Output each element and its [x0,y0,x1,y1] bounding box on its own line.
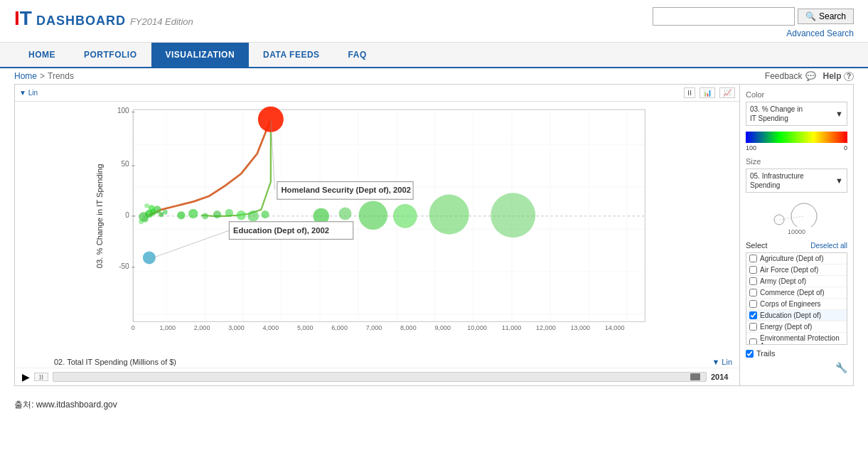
help-icon: ? [844,72,854,81]
agency-item-agriculture: Agriculture (Dept of) [746,253,847,265]
color-dropdown-label: 03. % Change inIT Spending [750,105,803,123]
nav: HOME PORTFOLIO VISUALIZATION DATA FEEDS … [0,43,868,68]
chart-controls-right: ⁞⁞ 📊 📈 [684,87,735,98]
agency-check-army[interactable] [749,277,757,285]
nav-visualization[interactable]: VISUALIZATION [151,43,250,67]
lin-label-top[interactable]: ▼ Lin [19,89,38,97]
chart-container: ▼ Lin ⁞⁞ 📊 📈 [14,84,740,386]
svg-point-42 [237,210,247,220]
agency-item-energy: Energy (Dept of) [746,321,847,333]
timeline-handle[interactable] [690,373,700,380]
gradient-labels: 100 0 [746,144,847,151]
svg-point-60 [791,203,817,227]
feedback-row: Feedback 💬 Help ? [765,71,854,81]
size-dropdown-arrow: ▼ [835,176,843,185]
deselect-all[interactable]: Deselect all [810,242,847,250]
agency-check-agriculture[interactable] [749,255,757,262]
svg-point-49 [359,201,388,230]
agency-check-energy[interactable] [749,323,757,331]
svg-point-41 [225,209,233,217]
scatter-chart-btn[interactable]: ⁞⁞ [684,87,695,98]
nav-portfolio[interactable]: PORTFOLIO [70,43,151,67]
bar-chart-btn[interactable]: 📊 [700,87,715,98]
svg-text:7,000: 7,000 [366,324,382,331]
svg-text:Education (Dept of), 2002: Education (Dept of), 2002 [233,226,329,235]
svg-point-43 [247,210,259,222]
agency-label-education: Education (Dept of) [760,311,821,319]
timeline-bar[interactable] [53,372,707,382]
breadcrumb-home[interactable]: Home [14,71,37,81]
search-input[interactable] [653,7,795,26]
source-text: 출처: www.itdashboard.gov [0,393,868,417]
svg-point-36 [144,203,149,208]
trails-checkbox[interactable] [746,350,754,358]
color-dropdown-arrow: ▼ [835,110,843,118]
gradient-max: 100 [746,144,756,151]
nav-home[interactable]: HOME [14,43,70,67]
svg-text:100: 100 [117,107,129,114]
search-area: 🔍 Search Advanced Search [653,7,854,38]
advanced-search-link[interactable]: Advanced Search [786,28,854,38]
wrench-area: 🔧 [746,362,847,373]
search-button-label: Search [819,11,846,21]
select-label: Select [746,241,768,250]
svg-text:03. % Change in IT Spending: 03. % Change in IT Spending [95,164,104,268]
x-axis-text: 02. Total IT Spending (Millions of $) [54,358,176,366]
step-button[interactable]: ⟩⟩ [34,373,48,381]
agency-item-army: Army (Dept of) [746,276,847,287]
svg-text:9,000: 9,000 [434,324,451,331]
svg-point-35 [163,210,168,215]
search-row: 🔍 Search [653,7,854,26]
agency-check-corps[interactable] [749,300,757,308]
agency-label-epa: Environmental Protection A... [760,334,844,345]
nav-data-feeds[interactable]: DATA FEEDS [249,43,333,67]
svg-text:3,000: 3,000 [228,324,245,331]
agency-check-commerce[interactable] [749,289,757,297]
svg-point-33 [149,205,155,211]
breadcrumb: Home > Trends [14,71,74,81]
search-button[interactable]: 🔍 Search [798,9,854,24]
svg-text:13,000: 13,000 [570,324,590,331]
feedback-link[interactable]: Feedback 💬 [765,71,816,81]
agency-list: Agriculture (Dept of) Air Force (Dept of… [746,252,847,345]
agency-check-epa[interactable] [749,338,757,346]
color-gradient [746,132,847,143]
svg-point-44 [261,210,269,218]
year-label: 2014 [711,373,732,381]
agency-check-education[interactable] [749,311,757,319]
size-diagram [746,198,847,227]
nav-faq[interactable]: FAQ [334,43,381,67]
size-section-label: Size [746,157,847,166]
svg-point-50 [393,204,417,228]
svg-text:-50: -50 [119,262,129,270]
agency-item-epa: Environmental Protection A... [746,333,847,345]
agency-label-commerce: Commerce (Dept of) [760,289,825,297]
agency-label-army: Army (Dept of) [760,277,806,285]
agency-item-airforce: Air Force (Dept of) [746,265,847,276]
breadcrumb-current: Trends [48,71,74,81]
color-section-label: Color [746,90,847,99]
agency-label-airforce: Air Force (Dept of) [760,266,818,274]
agency-check-airforce[interactable] [749,266,757,274]
svg-point-37 [177,211,185,219]
svg-point-34 [139,219,144,224]
svg-text:0: 0 [125,211,129,219]
svg-point-48 [339,208,352,220]
agency-label-agriculture: Agriculture (Dept of) [760,255,823,262]
logo-dashboard: DASHBOARD [36,14,126,28]
svg-point-52 [491,193,535,237]
size-dropdown[interactable]: 05. InfrastructureSpending ▼ [746,169,847,193]
line-chart-btn[interactable]: 📈 [719,87,735,98]
svg-text:8,000: 8,000 [400,324,417,331]
play-button[interactable]: ▶ [22,371,30,383]
svg-text:11,000: 11,000 [502,324,522,331]
svg-text:6,000: 6,000 [331,324,348,331]
svg-point-51 [429,195,469,235]
agency-item-commerce: Commerce (Dept of) [746,287,847,299]
svg-text:2,000: 2,000 [194,324,210,331]
help-link[interactable]: Help ? [823,71,854,81]
color-dropdown[interactable]: 03. % Change inIT Spending ▼ [746,102,847,126]
wrench-icon[interactable]: 🔧 [835,362,847,373]
lin-label-x[interactable]: ▼ Lin [712,358,732,366]
agency-item-corps: Corps of Engineers [746,299,847,310]
